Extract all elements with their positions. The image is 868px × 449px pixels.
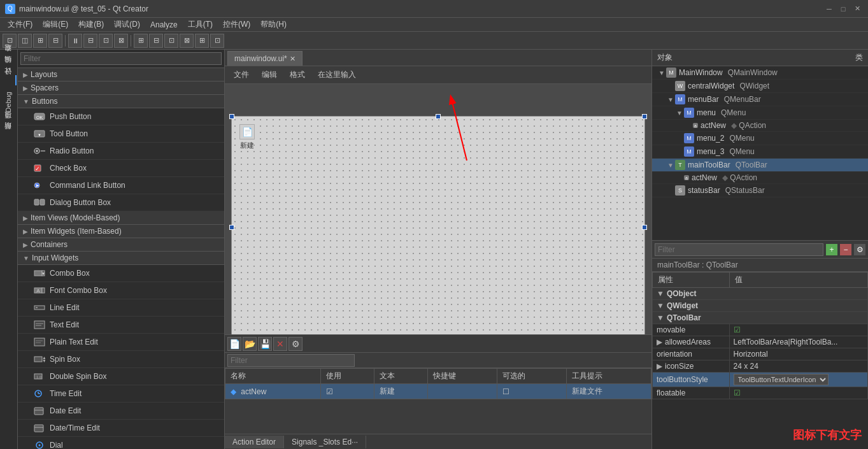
menu-analyze[interactable]: Analyze (145, 19, 183, 31)
toolbar-btn-1[interactable]: ⊡ (3, 34, 17, 48)
prop-row-allowedareas[interactable]: ▶allowedAreas LeftToolBarArea|RightToolB… (653, 336, 868, 348)
obj-row-menubar[interactable]: ▼ M menuBar QMenuBar (652, 93, 868, 106)
prop-row-orientation[interactable]: orientation Horizontal (653, 348, 868, 360)
widget-tool-button[interactable]: ▼ Tool Button (18, 125, 224, 143)
toolbar-btn-7[interactable]: ⊡ (99, 34, 113, 48)
menu-edit[interactable]: 编辑(E) (38, 18, 73, 31)
prop-value-floatable[interactable]: ☑ (729, 387, 867, 399)
maximize-button[interactable]: □ (837, 4, 849, 14)
toolbar-btn-12[interactable]: ⊠ (180, 34, 194, 48)
widget-spin-box[interactable]: ▲▼ Spin Box (18, 351, 224, 368)
toolbar-btn-8[interactable]: ⊠ (114, 34, 128, 48)
toolbar-btn-4[interactable]: ⊟ (48, 34, 62, 48)
prop-value-toolbuttonstyle[interactable]: ToolButtonTextUnderIcon (729, 373, 867, 387)
prop-group-qtoolbar[interactable]: ▼QToolBar (653, 312, 868, 324)
prop-filter-add-button[interactable]: + (826, 244, 837, 255)
ae-delete-icon[interactable]: ✕ (273, 337, 287, 351)
side-tab-debug[interactable]: Debug (2, 87, 16, 117)
prop-filter-input[interactable] (655, 243, 823, 256)
obj-row-maintoolbar[interactable]: ▼ T mainToolBar QToolBar (652, 159, 868, 172)
menu-file[interactable]: 文件(F) (3, 18, 38, 31)
category-layouts[interactable]: ▶ Layouts (18, 68, 224, 82)
toolbar-btn-11[interactable]: ⊡ (164, 34, 178, 48)
obj-arrow-maintoolbar[interactable]: ▼ (666, 162, 675, 169)
obj-arrow-menubar[interactable]: ▼ (666, 96, 675, 103)
prop-row-toolbuttonstyle[interactable]: toolButtonStyle ToolButtonTextUnderIcon (653, 373, 868, 387)
side-tab-edit[interactable]: 编辑 (1, 64, 17, 74)
obj-row-mainwindow[interactable]: ▼ M MainWindow QMainWindow (652, 66, 868, 80)
obj-row-menu3[interactable]: M menu_3 QMenu (652, 145, 868, 159)
close-doc-tab-icon[interactable]: ✕ (290, 55, 295, 63)
canvas-widget[interactable]: 📄 新建 (231, 116, 645, 334)
ae-settings-icon[interactable]: ⚙ (288, 337, 302, 351)
menu-debug[interactable]: 调试(D) (109, 18, 145, 31)
widget-push-button[interactable]: OK Push Button (18, 108, 224, 125)
prop-expand-qtoolbar-icon[interactable]: ▼ (657, 313, 664, 322)
widget-text-edit[interactable]: Text Edit (18, 317, 224, 334)
widget-radio-button[interactable]: Radio Button (18, 143, 224, 160)
side-tab-design[interactable]: 设计 (1, 75, 17, 85)
toolbar-btn-5[interactable]: ⏸ (68, 34, 82, 48)
canvas-handle-right[interactable] (642, 225, 647, 230)
widget-double-spin-box[interactable]: 1.0 Double Spin Box (18, 368, 224, 385)
prop-row-movable[interactable]: movable ☑ (653, 324, 868, 336)
bottom-tab-action-editor[interactable]: Action Editor (225, 436, 284, 448)
prop-value-movable[interactable]: ☑ (729, 324, 867, 336)
prop-filter-minus-button[interactable]: − (840, 244, 851, 255)
widget-datetime-edit[interactable]: Date/Time Edit (18, 420, 224, 437)
minimize-button[interactable]: ─ (823, 4, 835, 14)
widget-command-link[interactable]: ➤ Command Link Button (18, 177, 224, 194)
widget-plain-text-edit[interactable]: Plain Text Edit (18, 334, 224, 351)
prop-row-iconsize[interactable]: ▶iconSize 24 x 24 (653, 360, 868, 373)
toolbar-btn-14[interactable]: ⊡ (210, 34, 224, 48)
side-tab-help[interactable]: 帮助 (1, 130, 17, 140)
canvas-handle-top[interactable] (436, 114, 441, 119)
side-tab-project[interactable]: 项目 (1, 118, 17, 129)
bottom-tab-signals-slots[interactable]: Signals _Slots Ed··· (284, 436, 366, 448)
widget-combo-box[interactable]: ▼ Combo Box (18, 265, 224, 282)
category-spacers[interactable]: ▶ Spacers (18, 82, 224, 95)
category-containers[interactable]: ▶ Containers (18, 238, 224, 252)
widget-check-box[interactable]: ✓ Check Box (18, 160, 224, 177)
canvas-handle-tl[interactable] (229, 114, 234, 119)
obj-row-actnew-toolbar[interactable]: a actNew ◆ QAction (652, 172, 868, 184)
widget-time-edit[interactable]: Time Edit (18, 385, 224, 403)
action-filter-input[interactable] (227, 354, 355, 367)
category-item-widgets[interactable]: ▶ Item Widgets (Item-Based) (18, 225, 224, 238)
canvas-menu-input[interactable]: 在这里输入 (314, 68, 360, 82)
prop-group-qwidget[interactable]: ▼QWidget (653, 300, 868, 312)
obj-row-menu2[interactable]: M menu_2 QMenu (652, 132, 868, 145)
side-tab-welcome[interactable]: 欢迎 (1, 52, 17, 62)
canvas-menu-file[interactable]: 文件 (230, 68, 253, 82)
toolbuttonstyle-dropdown[interactable]: ToolButtonTextUnderIcon (734, 374, 829, 385)
obj-row-centralwidget[interactable]: W centralWidget QWidget (652, 80, 868, 93)
widget-font-combo-box[interactable]: A Font Combo Box (18, 282, 224, 299)
toolbar-btn-6[interactable]: ⊟ (83, 34, 97, 48)
widget-filter-input[interactable] (20, 52, 222, 65)
ae-open-icon[interactable]: 📂 (243, 337, 257, 351)
category-buttons[interactable]: ▼ Buttons (18, 95, 224, 108)
prop-expand-iconsize-icon[interactable]: ▶ (657, 362, 662, 371)
widget-dial[interactable]: Dial (18, 437, 224, 449)
close-button[interactable]: ✕ (851, 4, 863, 14)
prop-expand-qwidget-icon[interactable]: ▼ (657, 301, 664, 310)
obj-arrow-menu[interactable]: ▼ (675, 110, 684, 117)
menu-build[interactable]: 构建(B) (73, 18, 109, 31)
canvas-menu-format[interactable]: 格式 (286, 68, 309, 82)
menu-help[interactable]: 帮助(H) (255, 18, 292, 31)
toolbar-btn-3[interactable]: ⊞ (33, 34, 47, 48)
prop-expand-qobject-icon[interactable]: ▼ (657, 289, 664, 298)
obj-row-actnew-menu[interactable]: a actNew ◆ QAction (652, 120, 868, 132)
toolbar-btn-9[interactable]: ⊞ (134, 34, 148, 48)
action-row-actnew[interactable]: ◆ actNew ☑ 新建 ☐ 新建文件 (225, 384, 651, 399)
canvas-handle-left[interactable] (229, 225, 234, 230)
toolbar-btn-10[interactable]: ⊟ (149, 34, 163, 48)
obj-row-menu[interactable]: ▼ M menu QMenu (652, 106, 868, 120)
prop-group-qobject[interactable]: ▼QObject (653, 288, 868, 300)
toolbar-btn-13[interactable]: ⊞ (195, 34, 209, 48)
widget-line-edit[interactable]: Line Edit (18, 299, 224, 317)
prop-filter-settings-button[interactable]: ⚙ (854, 244, 865, 255)
prop-row-floatable[interactable]: floatable ☑ (653, 387, 868, 399)
doc-tab-mainwindow[interactable]: mainwindow.ui* ✕ (227, 51, 302, 66)
widget-date-edit[interactable]: Date Edit (18, 403, 224, 420)
